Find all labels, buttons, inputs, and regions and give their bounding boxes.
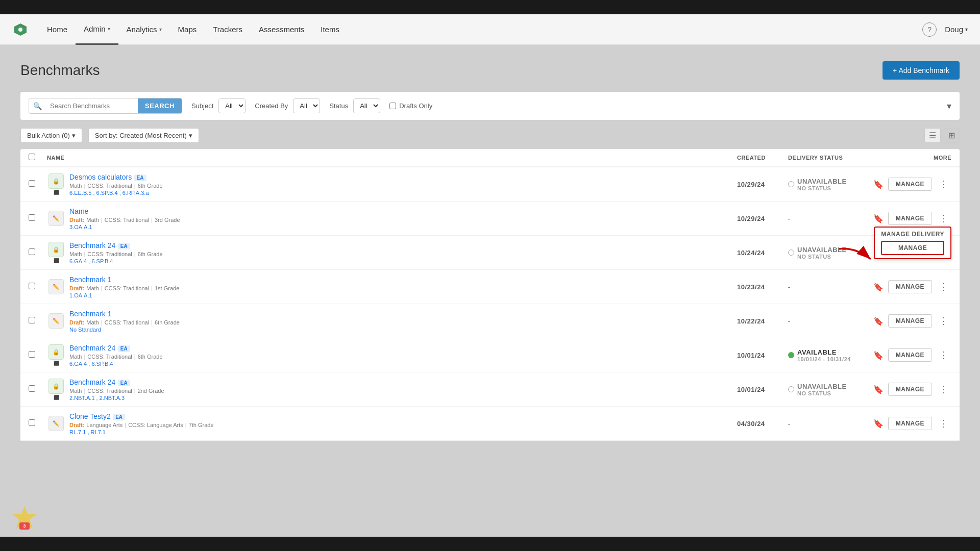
sort-button[interactable]: Sort by: Created (Most Recent) ▾ xyxy=(88,128,199,143)
row-created-8: 04/30/24 xyxy=(737,420,788,428)
pencil-icon-5: ✏️ xyxy=(48,313,64,329)
corner-badge: 3 xyxy=(10,504,39,533)
pencil-icon-2: ✏️ xyxy=(48,211,64,226)
more-menu-button-5[interactable]: ⋮ xyxy=(936,314,951,328)
bookmark-icon-4: 🔖 xyxy=(873,282,884,292)
page-header: Benchmarks + Add Benchmark xyxy=(20,61,960,80)
nav-trackers[interactable]: Trackers xyxy=(205,14,251,45)
row-actions-8: 🔖 MANAGE ⋮ xyxy=(880,417,951,430)
row-delivery-1: Unavailable No Status xyxy=(788,178,880,191)
row-meta-7: Math | CCSS: Traditional | 2nd Grade xyxy=(69,388,737,394)
row-meta-6: Math | CCSS: Traditional | 6th Grade xyxy=(69,354,737,360)
table-row: 🔒 ⬛ Benchmark 24 EA Math | CCSS: Traditi… xyxy=(20,236,960,270)
benchmark-name-link-8[interactable]: Clone Testy2 xyxy=(69,412,111,420)
more-menu-button-4[interactable]: ⋮ xyxy=(936,280,951,293)
doc-icon-3: ⬛ xyxy=(54,258,59,263)
row-name-col-4: Benchmark 1 Draft: Math | CCSS: Traditio… xyxy=(65,275,737,298)
ea-badge-8: EA xyxy=(113,414,125,420)
bookmark-icon-6: 🔖 xyxy=(873,350,884,360)
ea-badge-6: EA xyxy=(118,345,130,352)
view-toggle: ☰ ⊞ xyxy=(924,128,960,143)
more-menu-button-8[interactable]: ⋮ xyxy=(936,417,951,430)
list-view-button[interactable]: ☰ xyxy=(924,128,941,143)
more-menu-button-6[interactable]: ⋮ xyxy=(936,348,951,362)
row-meta-4: Draft: Math | CCSS: Traditional | 1st Gr… xyxy=(69,285,737,291)
manage-button-2[interactable]: MANAGE xyxy=(888,212,932,225)
add-benchmark-button[interactable]: + Add Benchmark xyxy=(883,61,960,80)
more-menu-button-2[interactable]: ⋮ xyxy=(936,212,951,225)
lock-icon-3: 🔒 xyxy=(48,242,64,257)
created-column-header: CREATED xyxy=(737,155,788,161)
search-button[interactable]: SEARCH xyxy=(138,98,182,113)
row-standards-6: 6.GA.4 , 6.SP.B.4 xyxy=(69,361,737,367)
help-button[interactable]: ? xyxy=(922,22,937,37)
nav-analytics[interactable]: Analytics ▾ xyxy=(118,14,170,45)
select-all-checkbox[interactable] xyxy=(29,154,35,160)
benchmark-name-link-2[interactable]: Name xyxy=(69,207,88,215)
analytics-chevron: ▾ xyxy=(159,27,162,32)
admin-chevron: ▾ xyxy=(108,26,110,32)
more-menu-button-1[interactable]: ⋮ xyxy=(936,178,951,191)
row-name-col-5: Benchmark 1 Draft: Math | CCSS: Traditio… xyxy=(65,309,737,333)
created-by-select[interactable]: All xyxy=(293,98,320,113)
user-menu[interactable]: Doug ▾ xyxy=(945,25,968,34)
drafts-only-checkbox[interactable] xyxy=(389,103,396,109)
ea-badge-1: EA xyxy=(134,174,146,181)
benchmark-name-link-4[interactable]: Benchmark 1 xyxy=(69,276,111,284)
row-actions-5: 🔖 MANAGE ⋮ xyxy=(880,314,951,328)
main-content: Benchmarks + Add Benchmark 🔍 SEARCH Subj… xyxy=(0,45,980,545)
nav-home[interactable]: Home xyxy=(39,14,76,45)
manage-delivery-tooltip-label: Manage Delivery xyxy=(881,231,944,238)
more-menu-button-7[interactable]: ⋮ xyxy=(936,383,951,396)
nav-items: Home Admin ▾ Analytics ▾ Maps Trackers A… xyxy=(39,14,922,45)
status-label: Status xyxy=(329,102,348,110)
row-checkbox-8 xyxy=(29,419,47,428)
row-created-2: 10/29/24 xyxy=(737,215,788,222)
manage-button-4[interactable]: MANAGE xyxy=(888,280,932,293)
bulk-action-chevron: ▾ xyxy=(72,132,76,139)
row-created-4: 10/23/24 xyxy=(737,283,788,291)
bottom-bar xyxy=(0,537,980,551)
pencil-icon-8: ✏️ xyxy=(48,416,64,431)
status-dot-6 xyxy=(788,352,794,358)
row-checkbox-3 xyxy=(29,248,47,257)
manage-button-5[interactable]: MANAGE xyxy=(888,314,932,328)
nav-admin[interactable]: Admin ▾ xyxy=(76,14,118,45)
benchmark-name-link-5[interactable]: Benchmark 1 xyxy=(69,310,111,318)
subject-label: Subject xyxy=(191,102,213,110)
grid-view-button[interactable]: ⊞ xyxy=(944,128,960,143)
manage-button-1[interactable]: MANAGE xyxy=(888,178,932,191)
row-checkbox-5 xyxy=(29,316,47,325)
subject-select[interactable]: All xyxy=(218,98,246,113)
row-meta-5: Draft: Math | CCSS: Traditional | 6th Gr… xyxy=(69,319,737,325)
nav-maps[interactable]: Maps xyxy=(170,14,205,45)
sort-chevron: ▾ xyxy=(189,132,192,139)
benchmark-name-link-7[interactable]: Benchmark 24 xyxy=(69,378,115,386)
benchmark-name-link-3[interactable]: Benchmark 24 xyxy=(69,241,115,249)
manage-button-8[interactable]: MANAGE xyxy=(888,417,932,430)
nav-items[interactable]: Items xyxy=(312,14,348,45)
benchmark-name-link-1[interactable]: Desmos calculators xyxy=(69,173,132,181)
status-select[interactable]: All xyxy=(353,98,380,113)
row-standards-2: 3.OA.A.1 xyxy=(69,224,737,230)
nav-assessments[interactable]: Assessments xyxy=(251,14,312,45)
benchmark-name-link-6[interactable]: Benchmark 24 xyxy=(69,344,115,352)
search-icon: 🔍 xyxy=(29,99,46,113)
table-row: ✏️ Benchmark 1 Draft: Math | CCSS: Tradi… xyxy=(20,270,960,304)
row-name-col-7: Benchmark 24 EA Math | CCSS: Traditional… xyxy=(65,378,737,401)
row-meta-3: Math | CCSS: Traditional | 6th Grade xyxy=(69,251,737,257)
row-standards-7: 2.NBT.A.1 , 2.NBT.A.3 xyxy=(69,395,737,401)
table-row: 🔒 ⬛ Benchmark 24 EA Math | CCSS: Traditi… xyxy=(20,338,960,372)
app-logo[interactable] xyxy=(12,21,29,38)
manage-button-6[interactable]: MANAGE xyxy=(888,348,932,362)
more-column-header: MORE xyxy=(880,155,951,161)
manage-button-7[interactable]: MANAGE xyxy=(888,383,932,396)
manage-delivery-button[interactable]: MANAGE xyxy=(881,241,944,255)
row-name-col-3: Benchmark 24 EA Math | CCSS: Traditional… xyxy=(65,241,737,264)
expand-filters-button[interactable]: ▾ xyxy=(947,101,951,112)
navbar: Home Admin ▾ Analytics ▾ Maps Trackers A… xyxy=(0,14,980,45)
row-standards-8: RL.7.1 , RI.7.1 xyxy=(69,429,737,435)
search-input[interactable] xyxy=(46,99,138,113)
drafts-only-label: Drafts Only xyxy=(389,102,432,110)
bulk-action-button[interactable]: Bulk Action (0) ▾ xyxy=(20,128,82,143)
